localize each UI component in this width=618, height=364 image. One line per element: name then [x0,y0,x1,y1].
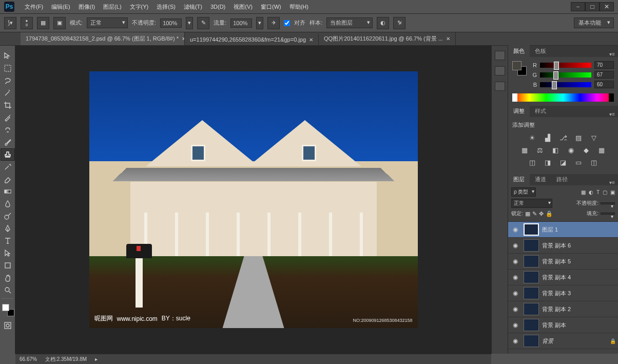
airbrush-icon[interactable]: ✈ [267,17,280,29]
layer-item[interactable]: ◉ 背景 副本 6 [508,238,618,254]
layer-thumbnail[interactable] [524,303,539,315]
layer-thumbnail[interactable] [524,287,539,299]
align-checkbox[interactable] [284,20,290,26]
tab-swatches[interactable]: 色板 [530,45,551,57]
r-slider[interactable] [540,63,591,68]
visibility-icon[interactable]: ◉ [510,290,520,297]
brush-panel-icon[interactable]: ▦ [37,17,49,29]
layer-item[interactable]: ◉ 图层 1 [508,222,618,238]
tab-adjustments[interactable]: 调整 [508,105,530,117]
opacity-input[interactable]: 100% [160,18,182,28]
tab-paths[interactable]: 路径 [551,174,573,185]
lock-all-icon[interactable]: 🔒 [546,210,553,217]
ignore-adjustments-icon[interactable]: ◐ [377,17,389,29]
layer-name[interactable]: 背景 副本 6 [542,242,571,250]
bw-icon[interactable]: ◧ [550,145,561,155]
lock-pixels-icon[interactable]: ✎ [532,210,537,217]
panel-menu-icon[interactable]: ▾≡ [606,51,618,57]
layer-item[interactable]: ◉ 背景 副本 [508,317,618,333]
layer-item[interactable]: ◉ 背景 🔒 [508,333,618,349]
layer-thumbnail[interactable] [524,335,539,347]
menu-3d[interactable]: 3D(D) [206,2,229,12]
pressure-size-icon[interactable]: ✎̷ [393,17,405,29]
b-input[interactable]: 60 [594,81,614,88]
layer-name[interactable]: 背景 副本 3 [542,290,571,297]
menu-image[interactable]: 图像(I) [74,1,99,13]
hand-tool[interactable] [1,272,15,284]
lock-transparent-icon[interactable]: ▦ [525,210,530,217]
filter-shape-icon[interactable]: ▢ [603,189,607,195]
lookup-icon[interactable]: ▦ [596,145,607,155]
layer-item[interactable]: ◉ 背景 副本 5 [508,254,618,270]
layer-item[interactable]: ◉ 背景 副本 2 [508,301,618,317]
crop-tool[interactable] [1,99,15,111]
blur-tool[interactable] [1,198,15,210]
tool-preset-icon[interactable]: ⟆▾ [4,17,16,29]
healing-tool[interactable] [1,124,15,136]
menu-filter[interactable]: 滤镜(T) [180,1,206,13]
layer-item[interactable]: ◉ 背景 副本 4 [508,270,618,285]
tab-channels[interactable]: 通道 [530,174,551,185]
photo-filter-icon[interactable]: ◉ [565,145,576,155]
threshold-icon[interactable]: ◪ [557,158,569,167]
menu-type[interactable]: 文字(Y) [126,1,153,13]
filter-pixel-icon[interactable]: ▦ [581,189,586,195]
filter-smart-icon[interactable]: ▣ [610,189,615,195]
flow-input[interactable]: 100% [230,18,252,28]
b-slider[interactable] [540,82,591,87]
visibility-icon[interactable]: ◉ [510,337,520,344]
opacity-dropdown-icon[interactable]: ▾ [186,17,193,29]
color-swatches[interactable] [0,301,15,319]
blend-mode-select[interactable]: 正常 [511,199,552,208]
hue-icon[interactable]: ▦ [519,145,530,155]
close-icon[interactable]: ✕ [446,36,450,42]
levels-icon[interactable]: ▟ [542,133,553,142]
layer-name[interactable]: 背景 副本 4 [542,274,571,281]
menu-edit[interactable]: 编辑(E) [47,1,74,13]
maximize-button[interactable]: □ [585,2,600,11]
sample-select[interactable]: 当前图层 [326,17,373,28]
brush-tool[interactable] [1,136,15,148]
shape-tool[interactable] [1,259,15,272]
type-tool[interactable] [1,235,15,247]
layer-name[interactable]: 背景 [542,337,553,345]
r-input[interactable]: 70 [594,61,614,69]
canvas-area[interactable]: 昵图网 www.nipic.com BY：sucle NO:2009091268… [15,46,491,354]
menu-layer[interactable]: 图层(L) [99,1,125,13]
menu-view[interactable]: 视图(V) [229,1,257,13]
foreground-swatch[interactable] [2,304,9,311]
menu-select[interactable]: 选择(S) [152,1,180,13]
layer-thumbnail[interactable] [524,255,539,267]
layer-thumbnail[interactable] [524,271,539,283]
gradient-map-icon[interactable]: ▭ [573,158,584,167]
layer-item[interactable]: ◉ 背景 副本 3 [508,285,618,301]
layer-thumbnail[interactable] [524,223,539,236]
exposure-icon[interactable]: ▨ [573,133,584,142]
lasso-tool[interactable] [1,74,15,87]
balance-icon[interactable]: ⚖ [534,145,546,155]
menu-window[interactable]: 窗口(W) [257,1,285,13]
menu-file[interactable]: 文件(F) [21,1,47,13]
mixer-icon[interactable]: ◆ [581,145,592,155]
brush-preset-icon[interactable]: ●8 [21,17,33,29]
g-slider[interactable] [540,72,591,78]
invert-icon[interactable]: ◫ [527,158,538,167]
filter-type-icon[interactable]: T [596,189,600,195]
quick-mask-tool[interactable] [1,319,15,332]
g-input[interactable]: 67 [594,71,614,79]
color-spectrum[interactable] [512,93,614,102]
history-brush-tool[interactable] [1,161,15,173]
selective-icon[interactable]: ◫ [588,158,600,167]
lock-position-icon[interactable]: ✥ [539,210,544,217]
doc-info[interactable]: 文档:2.35M/19.8M [45,356,87,363]
path-select-tool[interactable] [1,247,15,259]
layer-name[interactable]: 背景 副本 [542,321,566,329]
layer-name[interactable]: 背景 副本 2 [542,305,571,313]
zoom-level[interactable]: 66.67% [20,356,37,362]
visibility-icon[interactable]: ◉ [510,258,520,265]
visibility-icon[interactable]: ◉ [510,226,520,233]
curves-icon[interactable]: ⎇ [557,133,569,142]
workspace-select[interactable]: 基本功能 [574,17,614,28]
layer-filter-select[interactable]: ρ 类型 [511,187,536,197]
document-tab-1[interactable]: 1794738_085308432158_2.psd @ 66.7% (图层 1… [21,32,185,45]
